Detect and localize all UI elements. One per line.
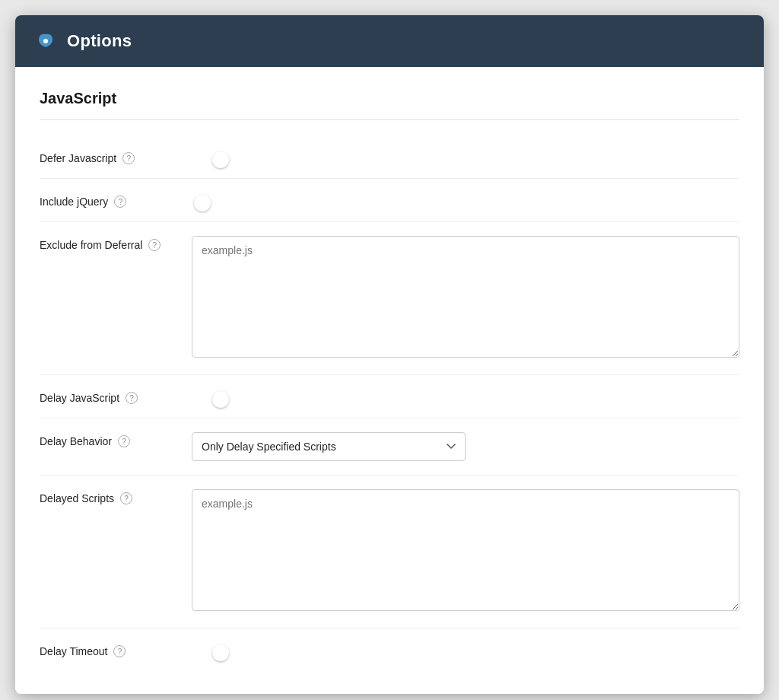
include-jquery-label-area: Include jQuery ?: [40, 192, 192, 208]
page-title: Options: [67, 31, 132, 51]
exclude-deferral-textarea[interactable]: [192, 236, 739, 358]
delayed-scripts-help-icon[interactable]: ?: [120, 492, 132, 504]
main-content: JavaScript Defer Javascript ? Include jQ…: [15, 67, 764, 694]
options-window: Options JavaScript Defer Javascript ?: [15, 15, 764, 694]
delay-javascript-label-area: Delay JavaScript ?: [40, 389, 192, 404]
delay-javascript-label: Delay JavaScript: [40, 392, 119, 404]
delay-javascript-row: Delay JavaScript ?: [40, 375, 739, 418]
delay-timeout-label-area: Delay Timeout ?: [40, 642, 192, 657]
delayed-scripts-textarea[interactable]: [192, 489, 739, 611]
delay-javascript-help-icon[interactable]: ?: [126, 392, 138, 404]
exclude-deferral-label-area: Exclude from Deferral ?: [40, 236, 192, 251]
delay-timeout-help-icon[interactable]: ?: [113, 645, 126, 657]
delay-behavior-label-area: Delay Behavior ?: [40, 432, 192, 447]
delay-behavior-row: Delay Behavior ? Only Delay Specified Sc…: [40, 418, 739, 476]
defer-javascript-label-area: Defer Javascript ?: [40, 149, 192, 164]
exclude-deferral-control: [192, 236, 739, 361]
delayed-scripts-label-area: Delayed Scripts ?: [40, 489, 192, 504]
delay-timeout-control: [192, 642, 739, 656]
defer-javascript-help-icon[interactable]: ?: [122, 152, 135, 164]
include-jquery-label: Include jQuery: [40, 196, 108, 208]
defer-javascript-control: [192, 149, 739, 163]
delay-behavior-label: Delay Behavior: [40, 435, 112, 447]
section-title: JavaScript: [40, 90, 739, 120]
options-logo-icon: [33, 29, 58, 53]
delay-javascript-thumb: [212, 391, 229, 408]
delay-timeout-row: Delay Timeout ?: [40, 628, 739, 671]
svg-point-1: [43, 39, 48, 43]
delay-javascript-control: [192, 389, 739, 402]
defer-javascript-label: Defer Javascript: [40, 152, 116, 164]
defer-javascript-row: Defer Javascript ?: [40, 135, 739, 179]
delay-timeout-thumb: [212, 644, 229, 661]
exclude-deferral-label: Exclude from Deferral: [40, 239, 142, 251]
delay-timeout-label: Delay Timeout: [40, 645, 107, 657]
delay-behavior-select[interactable]: Only Delay Specified Scripts Delay All S…: [192, 432, 466, 461]
include-jquery-control: [192, 192, 739, 206]
include-jquery-thumb: [194, 195, 211, 212]
delay-behavior-control: Only Delay Specified Scripts Delay All S…: [192, 432, 739, 461]
defer-javascript-thumb: [212, 151, 229, 168]
include-jquery-help-icon[interactable]: ?: [114, 196, 126, 208]
include-jquery-row: Include jQuery ?: [40, 179, 739, 222]
exclude-deferral-row: Exclude from Deferral ?: [40, 222, 739, 375]
exclude-deferral-help-icon[interactable]: ?: [148, 239, 161, 251]
header-bar: Options: [15, 15, 764, 67]
delay-behavior-help-icon[interactable]: ?: [118, 435, 130, 447]
delayed-scripts-row: Delayed Scripts ?: [40, 476, 739, 628]
delayed-scripts-control: [192, 489, 739, 614]
delayed-scripts-label: Delayed Scripts: [40, 492, 114, 504]
